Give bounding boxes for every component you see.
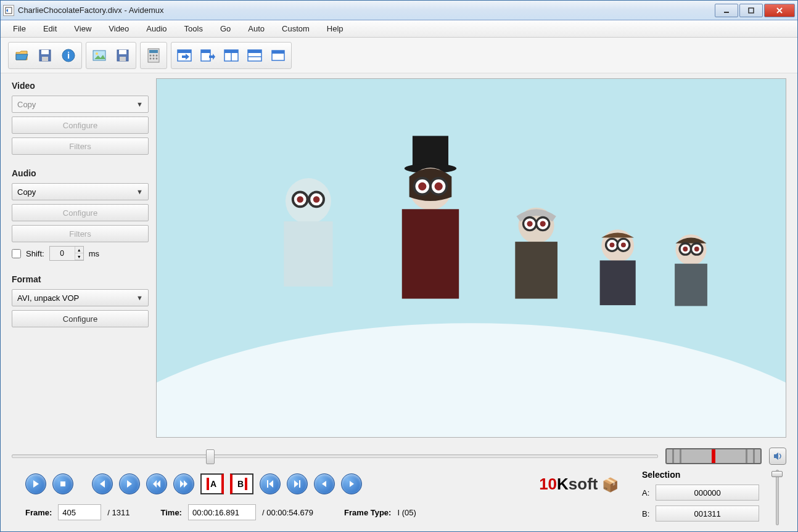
volume-slider[interactable] [768,470,786,525]
status-row: Frame: 405 / 1311 Time: 00:00:16.891 / 0… [12,498,632,529]
info-icon[interactable]: i [59,46,78,65]
svg-rect-24 [178,50,191,53]
svg-point-19 [156,54,158,56]
shift-checkbox[interactable] [12,249,21,258]
goto-end-button[interactable] [287,473,308,494]
svg-point-11 [96,52,98,55]
minimize-button[interactable] [715,4,738,17]
audio-filters-button[interactable]: Filters [12,225,149,242]
video-filters-button[interactable]: Filters [12,137,149,155]
next-black-button[interactable] [341,473,362,494]
goto-start-button[interactable] [260,473,281,494]
menu-tools[interactable]: Tools [176,22,212,36]
prev-keyframe-button[interactable] [146,473,167,494]
svg-point-61 [609,242,614,247]
menu-edit[interactable]: Edit [35,22,65,36]
volume-thumb[interactable] [771,471,783,477]
selection-a-button[interactable]: 000000 [656,485,759,501]
layout-export-icon[interactable] [199,46,217,65]
lower-area: A B 10Ksoft 📦 Frame: 405 / 1311 Time: 00… [1,470,797,531]
layout-columns-icon[interactable] [222,46,241,65]
toolbar-group-image [86,42,136,69]
set-marker-a-button[interactable]: A [200,473,224,494]
svg-rect-58 [600,260,636,305]
stop-button[interactable] [52,473,73,494]
menu-auto[interactable]: Auto [239,22,273,36]
format-configure-button[interactable]: Configure [12,310,149,327]
timeline-thumb[interactable] [206,449,215,464]
next-frame-button[interactable] [119,473,140,494]
selection-b-button[interactable]: 001311 [656,505,759,522]
video-codec-select[interactable]: Copy ▼ [12,96,149,113]
timeline-row [1,443,797,470]
shift-value-stepper[interactable]: 0 ▲▼ [49,246,84,261]
svg-rect-46 [402,209,459,298]
next-keyframe-button[interactable] [173,473,194,494]
svg-rect-31 [248,50,261,53]
svg-rect-6 [41,50,49,54]
chevron-down-icon: ▼ [136,100,143,108]
open-file-icon[interactable] [12,46,31,65]
time-label: Time: [161,508,182,517]
prev-black-button[interactable] [314,473,335,494]
svg-rect-52 [515,242,557,298]
app-icon [3,5,14,16]
picture-load-icon[interactable] [90,46,109,65]
frame-input[interactable]: 405 [58,504,101,520]
spin-down-icon[interactable]: ▼ [75,253,83,260]
close-button[interactable] [764,4,795,17]
svg-point-20 [150,57,152,59]
svg-point-68 [694,247,699,252]
maximize-button[interactable] [739,4,763,17]
audio-codec-select[interactable]: Copy ▼ [12,183,149,200]
jog-wheel[interactable] [665,448,762,464]
chevron-down-icon: ▼ [136,294,143,301]
svg-rect-2 [749,8,754,13]
save-file-icon[interactable] [36,46,54,65]
play-button[interactable] [25,473,46,494]
menu-custom[interactable]: Custom [273,22,318,36]
menu-audio[interactable]: Audio [138,22,175,36]
video-section-label: Video [12,81,149,91]
timeline-slider[interactable] [12,454,658,458]
video-configure-button[interactable]: Configure [12,117,149,134]
video-codec-value: Copy [17,100,36,109]
shift-unit: ms [89,249,99,258]
svg-rect-13 [119,50,126,54]
svg-rect-14 [120,57,126,61]
calculator-icon[interactable] [144,46,163,65]
layout-right-icon[interactable] [175,46,194,65]
svg-text:i: i [67,50,70,60]
shift-label: Shift: [26,249,44,258]
sidebar: Video Copy ▼ Configure Filters Audio Cop… [12,78,149,438]
selection-title: Selection [642,470,759,480]
menu-help[interactable]: Help [318,22,352,36]
svg-point-42 [313,196,320,203]
toolbar-group-file: i [8,42,82,69]
picture-save-icon[interactable] [113,46,132,65]
svg-point-41 [297,196,303,203]
set-marker-b-button[interactable]: B [230,473,253,494]
app-window: CharlieChocolateFactory.divx - Avidemux … [0,0,798,532]
menu-view[interactable]: View [65,22,100,36]
lower-left: A B 10Ksoft 📦 Frame: 405 / 1311 Time: 00… [12,470,632,529]
audio-codec-value: Copy [17,187,36,197]
audio-shift-row: Shift: 0 ▲▼ ms [12,246,149,261]
selection-a-label: A: [642,488,649,497]
audio-configure-button[interactable]: Configure [12,204,149,221]
svg-point-22 [156,57,158,59]
menu-file[interactable]: File [4,22,35,36]
time-input[interactable]: 00:00:16.891 [188,504,256,520]
speaker-button[interactable] [769,448,786,465]
menu-video[interactable]: Video [100,22,138,36]
layout-rows-icon[interactable] [245,46,264,65]
menu-go[interactable]: Go [212,22,239,36]
svg-point-55 [527,221,532,226]
frametype-label: Frame Type: [344,508,391,517]
titlebar: CharlieChocolateFactory.divx - Avidemux [1,1,797,20]
prev-frame-button[interactable] [92,473,113,494]
format-select[interactable]: AVI, unpack VOP ▼ [12,289,149,306]
frame-label: Frame: [25,508,52,517]
layout-single-icon[interactable] [269,46,287,65]
spin-up-icon[interactable]: ▲ [75,247,83,253]
